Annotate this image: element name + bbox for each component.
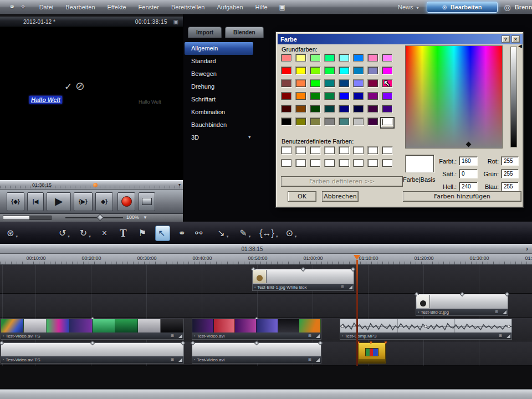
basic-color-swatch[interactable] xyxy=(281,66,292,75)
help-button[interactable]: ? xyxy=(502,35,510,43)
basic-color-swatch[interactable] xyxy=(353,105,364,113)
clip-test-bild-1[interactable]: ▪ Test-Bild-1.jpg White Box ⊞ xyxy=(252,269,354,291)
basic-color-swatch[interactable] xyxy=(295,79,306,88)
marker-button[interactable]: ⚑ xyxy=(136,226,150,241)
basic-color-swatch[interactable] xyxy=(367,54,378,62)
basic-color-swatch[interactable] xyxy=(310,54,321,62)
custom-color-swatch[interactable] xyxy=(353,146,364,155)
clip-handle[interactable]: ▾ xyxy=(370,340,372,345)
delete-button[interactable]: × xyxy=(100,226,111,241)
saturation-field-value[interactable]: 0 xyxy=(459,169,478,178)
spacing-button[interactable]: {↔}▾ xyxy=(257,226,280,241)
basic-color-swatch[interactable] xyxy=(353,92,364,100)
edit-mode-button[interactable]: ⊛ Bearbeiten xyxy=(427,2,498,13)
effects-item-3d[interactable]: 3D xyxy=(185,131,253,144)
menu-item[interactable]: Datei xyxy=(33,4,60,11)
custom-color-swatch[interactable] xyxy=(324,159,335,167)
basic-color-swatch[interactable] xyxy=(353,79,364,88)
effects-item-kombination[interactable]: Kombination xyxy=(185,106,253,119)
playhead-marker[interactable] xyxy=(354,255,360,260)
chat-icon[interactable]: ▣ xyxy=(279,3,285,11)
effects-item-drehung[interactable]: Drehung xyxy=(185,80,253,93)
add-colors-button[interactable]: Farben hinzufügen xyxy=(403,191,521,202)
basic-color-swatch[interactable] xyxy=(281,117,292,126)
zoom-level[interactable]: 100% xyxy=(126,214,139,220)
timeline-ruler[interactable]: 00:10:0000:20:0000:30:0000:40:0000:50:00… xyxy=(0,254,532,265)
red-field-value[interactable]: 255 xyxy=(501,156,519,166)
trim-button[interactable]: ↘▾ xyxy=(215,226,231,241)
check-icon[interactable]: ✓ xyxy=(64,81,72,93)
clip-test-video-2[interactable]: ▪ Test-Video.avi ⊞ xyxy=(192,319,321,340)
basic-color-swatch[interactable] xyxy=(324,79,335,88)
preview-loop-range[interactable] xyxy=(3,216,52,220)
effects-item-schriftart[interactable]: Schriftart xyxy=(185,93,253,106)
chevron-down-icon[interactable]: ▼ xyxy=(143,215,147,220)
basic-color-swatch[interactable] xyxy=(310,117,321,126)
basic-color-swatch[interactable] xyxy=(382,66,393,75)
hue-saturation-field[interactable] xyxy=(405,45,503,149)
monitor-icon[interactable]: ▣ xyxy=(173,19,178,25)
clip-resize-icon[interactable] xyxy=(316,358,320,362)
basic-color-swatch[interactable] xyxy=(339,66,350,75)
basic-color-swatch[interactable] xyxy=(295,117,306,126)
mouse-mode-button[interactable]: ↖ xyxy=(155,226,170,241)
menu-item[interactable]: Aufgaben xyxy=(211,4,249,11)
basic-color-swatch[interactable] xyxy=(339,117,350,126)
preview-scrubber[interactable]: 01:38:15 ▾ xyxy=(0,180,183,190)
clip-resize-icon[interactable] xyxy=(507,334,510,338)
block-icon[interactable]: ⊘ xyxy=(75,79,85,93)
basic-color-swatch[interactable] xyxy=(281,92,292,100)
scrubber-position-marker[interactable] xyxy=(93,183,98,187)
media-pool-button[interactable]: ⊛▾ xyxy=(4,226,20,241)
clip-resize-icon[interactable] xyxy=(349,285,352,289)
basic-color-swatch[interactable] xyxy=(295,66,306,75)
clip-fx-icon[interactable]: ⊞ xyxy=(171,357,174,362)
basic-color-swatch[interactable] xyxy=(295,105,306,113)
luminance-field-value[interactable]: 240 xyxy=(459,182,478,191)
custom-color-swatch[interactable] xyxy=(382,146,393,155)
custom-color-swatch[interactable] xyxy=(295,159,306,167)
chevron-down-icon[interactable]: ▾ xyxy=(178,182,181,187)
basic-color-swatch[interactable] xyxy=(367,92,378,100)
redo-button[interactable]: ↻▾ xyxy=(78,226,93,241)
custom-color-swatch[interactable] xyxy=(339,159,350,167)
custom-color-swatch[interactable] xyxy=(324,146,335,155)
basic-color-swatch[interactable] xyxy=(310,105,321,113)
basic-color-swatch[interactable] xyxy=(310,66,321,75)
basic-color-swatch[interactable] xyxy=(367,79,378,88)
clip-resize-icon[interactable] xyxy=(178,334,182,338)
basic-color-swatch[interactable] xyxy=(382,92,393,100)
basic-color-swatch[interactable] xyxy=(339,54,350,62)
ungroup-button[interactable]: ⚯ xyxy=(193,226,206,241)
view-button[interactable]: ⊙▾ xyxy=(283,226,299,241)
tab-import[interactable]: Import xyxy=(188,27,222,38)
custom-color-swatch[interactable] xyxy=(310,146,321,155)
jump-start-button[interactable]: |◀ xyxy=(27,192,44,211)
clip-fx-icon[interactable]: ⊞ xyxy=(341,285,344,289)
custom-color-swatch[interactable] xyxy=(382,159,393,167)
group-button[interactable]: ⚭ xyxy=(176,226,190,241)
basic-color-swatch[interactable] xyxy=(324,92,335,100)
basic-color-swatch[interactable] xyxy=(367,117,378,126)
custom-color-swatch[interactable] xyxy=(367,146,378,155)
basic-color-swatch[interactable] xyxy=(367,105,378,113)
basic-color-swatch[interactable] xyxy=(281,105,292,113)
clip-fx-icon[interactable]: ⊞ xyxy=(495,310,498,314)
play-range-button[interactable]: {▶} xyxy=(74,192,93,211)
menu-item[interactable]: Hilfe xyxy=(249,4,274,11)
effects-item-bewegen[interactable]: Bewegen xyxy=(185,68,253,80)
basic-color-swatch[interactable] xyxy=(295,54,306,62)
effects-item-standard[interactable]: Standard xyxy=(185,55,253,68)
hue-field-value[interactable]: 160 xyxy=(459,156,478,166)
basic-color-swatch[interactable] xyxy=(339,105,350,113)
basic-color-swatch[interactable] xyxy=(324,54,335,62)
basic-color-swatch[interactable] xyxy=(324,66,335,75)
playhead-line[interactable] xyxy=(356,260,358,366)
close-icon[interactable]: × xyxy=(511,35,520,43)
basic-color-swatch[interactable] xyxy=(295,92,306,100)
menu-item[interactable]: Fenster xyxy=(132,4,165,11)
menu-item[interactable]: Bearbeiten xyxy=(59,4,101,11)
custom-color-swatch[interactable] xyxy=(281,146,292,155)
basic-color-swatch[interactable] xyxy=(382,105,393,113)
basic-color-swatch[interactable] xyxy=(339,79,350,88)
